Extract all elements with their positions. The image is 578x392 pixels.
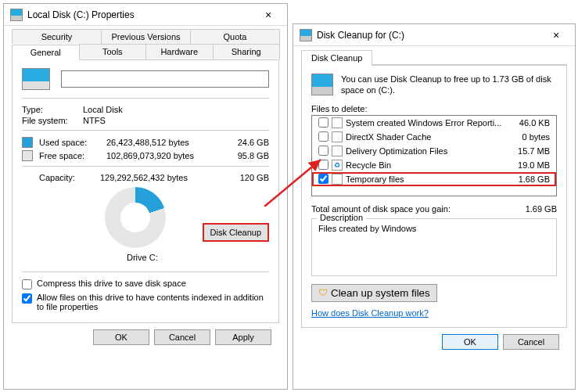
files-listbox[interactable]: System created Windows Error Reporti...4… [311,115,557,196]
file-checkbox[interactable] [318,174,328,184]
tab-hardware[interactable]: Hardware [145,44,214,59]
file-name: Delivery Optimization Files [346,146,506,156]
compress-checkbox[interactable] [22,279,32,290]
cleanup-icon [311,74,333,95]
compress-checkbox-row[interactable]: Compress this drive to save disk space [22,279,269,290]
cleanup-icon [300,29,312,41]
drive-icon [22,68,50,90]
tab-disk-cleanup[interactable]: Disk Cleanup [301,50,372,66]
tab-strip: Security Previous Versions Quota General… [12,29,279,60]
cancel-button[interactable]: Cancel [503,334,559,350]
tab-panel-cleanup: You can use Disk Cleanup to free up to 1… [301,66,567,328]
capacity-label: Capacity: [39,173,100,182]
file-size: 15.7 MB [506,146,553,156]
free-swatch [22,150,33,161]
capacity-human: 120 GB [224,173,269,182]
drive-icon [10,9,23,21]
tab-quota[interactable]: Quota [190,29,280,44]
free-bytes: 102,869,073,920 bytes [106,151,224,160]
titlebar[interactable]: Local Disk (C:) Properties × [4,4,287,26]
free-label: Free space: [39,151,106,160]
description-group: Description Files created by Windows [311,218,557,276]
dialog-buttons: OK Cancel Apply [12,323,279,345]
close-icon[interactable]: × [540,29,572,41]
list-item[interactable]: DirectX Shader Cache0 bytes [312,130,556,144]
index-checkbox-row[interactable]: Allow files on this drive to have conten… [22,293,269,311]
file-checkbox[interactable] [318,117,328,128]
drive-caption: Drive C: [127,253,158,262]
shield-icon: 🛡 [318,287,328,298]
file-name: Recycle Bin [346,160,506,170]
file-size: 0 bytes [506,132,553,142]
file-icon [332,117,343,128]
file-size: 19.0 MB [506,160,553,170]
index-label: Allow files on this drive to have conten… [37,293,269,311]
ok-button[interactable]: OK [442,334,498,350]
tab-security[interactable]: Security [12,29,102,44]
cleanup-system-files-button[interactable]: 🛡 Clean up system files [311,284,437,302]
apply-button[interactable]: Apply [215,329,271,345]
file-icon [332,146,343,156]
file-checkbox[interactable] [318,160,328,170]
ok-button[interactable]: OK [93,329,149,345]
fs-label: File system: [22,116,83,125]
properties-window: Local Disk (C:) Properties × Security Pr… [3,3,288,390]
description-text: Files created by Windows [318,224,550,233]
type-value: Local Disk [83,105,269,114]
file-icon [332,131,343,142]
index-checkbox[interactable] [22,293,32,304]
disk-cleanup-window: Disk Cleanup for (C:) × Disk Cleanup You… [293,23,576,390]
compress-label: Compress this drive to save disk space [37,279,186,288]
list-item[interactable]: Temporary files1.68 GB [312,172,556,186]
fs-value: NTFS [83,116,269,125]
used-human: 24.6 GB [224,138,269,147]
file-name: DirectX Shader Cache [346,132,506,142]
description-legend: Description [317,213,366,222]
close-icon[interactable]: × [253,9,284,21]
tab-strip: Disk Cleanup [301,49,567,66]
file-size: 1.68 GB [506,174,553,184]
window-title: Local Disk (C:) Properties [27,9,253,20]
how-does-cleanup-work-link[interactable]: How does Disk Cleanup work? [311,308,429,318]
free-human: 95.8 GB [224,151,269,160]
file-icon [332,174,343,185]
cancel-button[interactable]: Cancel [154,329,210,345]
tab-tools[interactable]: Tools [79,44,147,59]
capacity-donut [105,187,166,248]
drive-name-input[interactable] [61,70,269,88]
tab-general[interactable]: General [12,45,80,60]
files-to-delete-label: Files to delete: [311,104,557,113]
used-label: Used space: [39,138,106,147]
capacity-bytes: 129,292,562,432 bytes [100,173,224,182]
used-bytes: 26,423,488,512 bytes [106,138,224,147]
tab-panel-general: Type:Local Disk File system:NTFS Used sp… [12,60,279,323]
file-name: Temporary files [346,174,506,184]
tab-sharing[interactable]: Sharing [213,44,281,59]
file-size: 46.0 KB [506,118,553,128]
gain-value: 1.69 GB [526,204,557,214]
list-item[interactable]: ♻Recycle Bin19.0 MB [312,158,556,172]
list-item[interactable]: System created Windows Error Reporti...4… [312,116,556,130]
dialog-buttons: OK Cancel [301,328,567,350]
file-icon: ♻ [332,160,343,171]
titlebar[interactable]: Disk Cleanup for (C:) × [293,24,575,46]
tab-previous-versions[interactable]: Previous Versions [101,29,191,44]
disk-cleanup-button[interactable]: Disk Cleanup [203,223,269,242]
file-name: System created Windows Error Reporti... [346,118,506,128]
file-checkbox[interactable] [318,131,328,142]
type-label: Type: [22,105,83,114]
cleanup-system-files-label: Clean up system files [331,287,430,299]
window-title: Disk Cleanup for (C:) [317,30,540,41]
used-swatch [22,137,33,148]
file-checkbox[interactable] [318,146,328,156]
list-item[interactable]: Delivery Optimization Files15.7 MB [312,144,556,158]
intro-text: You can use Disk Cleanup to free up to 1… [341,74,557,96]
